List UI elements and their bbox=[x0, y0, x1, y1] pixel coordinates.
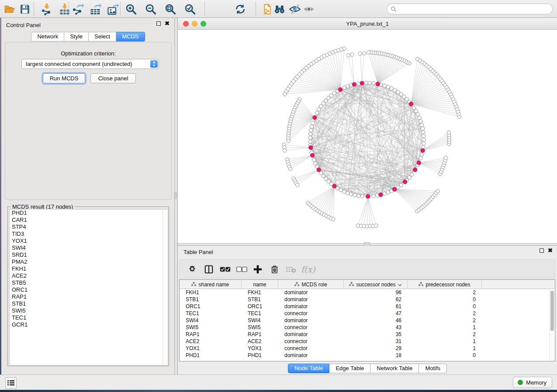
ring-node[interactable] bbox=[346, 85, 349, 88]
table-scrollbar[interactable] bbox=[549, 289, 554, 361]
leaf-node[interactable] bbox=[288, 167, 292, 171]
mcds-hub-node[interactable] bbox=[413, 168, 417, 172]
table-row[interactable]: STB1STB1dominator620 bbox=[180, 296, 549, 303]
leaf-node[interactable] bbox=[346, 53, 350, 57]
splitter-grip[interactable] bbox=[175, 192, 177, 199]
ring-node[interactable] bbox=[375, 194, 379, 197]
leaf-node[interactable] bbox=[350, 53, 353, 56]
mcds-result-item[interactable]: ACE2 bbox=[10, 272, 168, 279]
ring-node[interactable] bbox=[421, 127, 424, 130]
ring-node[interactable] bbox=[419, 156, 422, 160]
export-table-icon[interactable] bbox=[89, 3, 102, 16]
column-header-predecessor-nodes[interactable]: predecessor nodes bbox=[408, 280, 482, 289]
ring-node[interactable] bbox=[314, 162, 317, 165]
scrollbar-thumb[interactable] bbox=[550, 291, 554, 331]
mcds-result-item[interactable]: PMA2 bbox=[10, 258, 168, 265]
vertical-splitter[interactable] bbox=[175, 18, 178, 375]
table-row[interactable]: SWI4SWI4dominator462 bbox=[180, 317, 549, 324]
mcds-hub-node[interactable] bbox=[376, 82, 380, 86]
mcds-result-item[interactable]: SRD1 bbox=[10, 251, 168, 258]
column-header-MCDS-role[interactable]: MCDS role bbox=[278, 280, 344, 289]
table-row[interactable]: SWI5SWI5connector431 bbox=[180, 324, 549, 331]
mcds-result-item[interactable]: ORC1 bbox=[10, 286, 168, 293]
ring-node[interactable] bbox=[412, 106, 415, 110]
mcds-result-item[interactable]: GCR1 bbox=[10, 321, 168, 328]
export-image-icon[interactable] bbox=[106, 3, 119, 16]
mcds-hub-node[interactable] bbox=[403, 180, 407, 184]
ring-node[interactable] bbox=[420, 153, 423, 156]
table-settings-gear-icon[interactable] bbox=[187, 263, 197, 275]
close-panel-button[interactable]: Close panel bbox=[90, 73, 136, 83]
tab-select[interactable]: Select bbox=[89, 32, 116, 41]
ring-node[interactable] bbox=[422, 131, 425, 134]
leaf-node[interactable] bbox=[367, 51, 370, 54]
column-header-name[interactable]: name bbox=[242, 280, 278, 289]
mcds-result-item[interactable]: SWI4 bbox=[10, 244, 168, 251]
find-icon[interactable] bbox=[273, 3, 286, 16]
hide-selected-icon[interactable] bbox=[288, 3, 301, 16]
ring-node[interactable] bbox=[308, 132, 312, 136]
mcds-hub-node[interactable] bbox=[332, 184, 336, 188]
open-file-icon[interactable] bbox=[3, 3, 16, 16]
float-panel-icon[interactable] bbox=[156, 21, 161, 26]
mcds-hub-node[interactable] bbox=[360, 81, 364, 85]
zoom-out-icon[interactable] bbox=[144, 3, 157, 16]
mcds-hub-node[interactable] bbox=[313, 116, 317, 120]
mcds-hub-node[interactable] bbox=[392, 187, 396, 191]
tab-motifs[interactable]: Motifs bbox=[419, 364, 447, 373]
zoom-in-icon[interactable] bbox=[125, 3, 138, 16]
leaf-node[interactable] bbox=[447, 131, 450, 134]
mcds-result-item[interactable]: TID3 bbox=[10, 230, 168, 237]
import-table-icon[interactable] bbox=[58, 3, 71, 16]
ring-node[interactable] bbox=[383, 192, 386, 195]
ring-node[interactable] bbox=[419, 120, 422, 123]
ring-node[interactable] bbox=[311, 121, 315, 125]
ring-node[interactable] bbox=[346, 191, 349, 195]
table-row[interactable]: ACE2ACE2connector311 bbox=[180, 338, 549, 345]
add-column-icon[interactable] bbox=[253, 263, 263, 275]
ring-node[interactable] bbox=[315, 111, 318, 114]
mcds-hub-node[interactable] bbox=[338, 88, 342, 92]
mcds-hub-node[interactable] bbox=[310, 153, 314, 157]
mcds-result-item[interactable]: CAR1 bbox=[10, 217, 168, 224]
leaf-node[interactable] bbox=[283, 93, 287, 96]
mcds-result-item[interactable]: TEC1 bbox=[10, 314, 168, 321]
column-layout-icon[interactable] bbox=[204, 263, 214, 275]
mcds-hub-node[interactable] bbox=[421, 148, 425, 152]
tab-network-table[interactable]: Network Table bbox=[370, 364, 419, 373]
ring-node[interactable] bbox=[372, 82, 375, 85]
mcds-result-item[interactable]: STB5 bbox=[10, 279, 168, 286]
table-row[interactable]: RAP1RAP1dominator352 bbox=[180, 331, 549, 338]
table-row[interactable]: FKH1FKH1dominator962 bbox=[180, 289, 549, 296]
tab-network[interactable]: Network bbox=[31, 32, 64, 41]
mcds-result-item[interactable]: STB1 bbox=[10, 300, 168, 307]
ring-node[interactable] bbox=[386, 191, 390, 194]
leaf-node[interactable] bbox=[444, 156, 447, 159]
float-panel-icon[interactable] bbox=[540, 248, 544, 253]
mcds-hub-node[interactable] bbox=[366, 194, 370, 198]
zoom-fit-icon[interactable] bbox=[164, 3, 177, 16]
function-builder-icon[interactable]: f(x) bbox=[301, 263, 315, 275]
ring-node[interactable] bbox=[422, 134, 426, 138]
deselect-all-checkboxes-icon[interactable] bbox=[236, 263, 247, 275]
show-all-icon[interactable] bbox=[302, 3, 315, 16]
network-canvas[interactable] bbox=[178, 30, 557, 243]
leaf-node[interactable] bbox=[374, 224, 377, 227]
ring-node[interactable] bbox=[312, 158, 315, 162]
ring-node[interactable] bbox=[353, 193, 356, 197]
ring-node[interactable] bbox=[309, 128, 313, 132]
table-row[interactable]: TEC1TEC1connector472 bbox=[180, 310, 549, 317]
leaf-node[interactable] bbox=[295, 183, 299, 186]
mcds-result-item[interactable]: SWI5 bbox=[10, 307, 168, 314]
ring-node[interactable] bbox=[339, 188, 343, 192]
mcds-hub-node[interactable] bbox=[379, 193, 383, 197]
ring-node[interactable] bbox=[410, 173, 413, 176]
tab-edge-table[interactable]: Edge Table bbox=[329, 364, 370, 373]
close-panel-icon[interactable]: ✖ bbox=[548, 248, 553, 253]
ring-node[interactable] bbox=[383, 84, 386, 87]
table-row[interactable]: PHD1PHD1dominator180 bbox=[180, 352, 549, 359]
table-row[interactable]: ORC1ORC1dominator610 bbox=[180, 303, 549, 310]
leaf-node[interactable] bbox=[415, 57, 419, 61]
ring-node[interactable] bbox=[343, 190, 346, 193]
mcds-result-item[interactable]: YOX1 bbox=[10, 237, 168, 244]
